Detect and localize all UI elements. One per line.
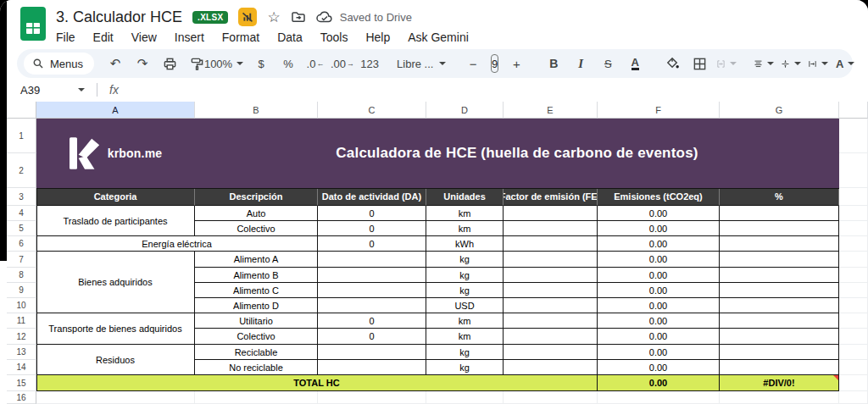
cell-B5[interactable]: Colectivo	[195, 221, 318, 236]
row-header-16[interactable]: 16	[7, 391, 36, 404]
cell-H7[interactable]	[839, 252, 868, 268]
cell-E5[interactable]	[504, 221, 598, 236]
cell-C8[interactable]	[318, 268, 426, 283]
cell-B13[interactable]: Reciclable	[195, 345, 318, 360]
row-header-2[interactable]: 2	[7, 153, 36, 188]
cell-D10[interactable]: USD	[426, 298, 504, 313]
cell-D12[interactable]: km	[426, 329, 504, 345]
more-formats-button[interactable]: 123	[357, 53, 382, 75]
cell-C7[interactable]	[318, 252, 426, 268]
increase-font-size-button[interactable]: +	[504, 53, 529, 75]
cell-G5[interactable]	[720, 221, 839, 236]
cell-C4[interactable]: 0	[318, 206, 426, 221]
cell-B10[interactable]: Alimento D	[195, 298, 318, 313]
menus-search-button[interactable]: Menus	[24, 53, 94, 75]
cell-A11[interactable]: Transporte de bienes adquiridos	[36, 313, 195, 345]
cell-B8[interactable]: Alimento B	[195, 268, 318, 283]
cell-H1[interactable]	[839, 119, 868, 153]
column-header-A[interactable]: A	[36, 102, 195, 119]
cell-H10[interactable]	[839, 298, 868, 313]
print-button[interactable]	[157, 53, 182, 75]
cell-F11[interactable]: 0.00	[598, 313, 720, 329]
cell-H14[interactable]	[839, 360, 868, 375]
column-header-extra[interactable]	[839, 102, 868, 119]
cell-D13[interactable]: kg	[426, 345, 504, 360]
cell-E12[interactable]	[504, 329, 598, 345]
cell-G16[interactable]	[720, 391, 839, 404]
cell-B7[interactable]: Alimento A	[195, 252, 318, 268]
row-header-1[interactable]: 1	[7, 119, 36, 153]
menu-ask-gemini[interactable]: Ask Gemini	[408, 30, 469, 44]
cell-C12[interactable]: 0	[318, 329, 426, 345]
cell-C6[interactable]: 0	[318, 236, 426, 252]
horizontal-align-button[interactable]	[751, 53, 776, 75]
text-wrap-button[interactable]	[805, 53, 831, 75]
cell-H8[interactable]	[839, 268, 868, 283]
menu-tools[interactable]: Tools	[320, 30, 348, 44]
formula-input[interactable]	[119, 78, 868, 102]
name-box[interactable]: A39	[7, 84, 92, 97]
cell-C14[interactable]	[318, 360, 426, 375]
cell-C10[interactable]	[318, 298, 426, 313]
cell-F14[interactable]: 0.00	[598, 360, 720, 375]
cell-A4[interactable]: Traslado de participantes	[36, 206, 195, 236]
cell-D14[interactable]: kg	[426, 360, 504, 375]
text-color-button[interactable]: A	[632, 57, 639, 71]
row-header-7[interactable]: 7	[7, 252, 36, 268]
cell-G6[interactable]	[720, 236, 839, 252]
column-header-D[interactable]: D	[426, 102, 504, 119]
zoom-select[interactable]: 100%	[211, 53, 236, 75]
cell-E14[interactable]	[504, 360, 598, 375]
cell-G4[interactable]	[720, 206, 839, 221]
cell-G7[interactable]	[720, 252, 839, 268]
cell-G9[interactable]	[720, 283, 839, 298]
cell-C5[interactable]: 0	[318, 221, 426, 236]
decrease-decimal-button[interactable]: .0←	[303, 53, 328, 75]
cell-B1[interactable]: Calculadora de HCE (huella de carbono de…	[195, 119, 839, 188]
menu-format[interactable]: Format	[222, 30, 259, 44]
cell-G13[interactable]	[720, 345, 839, 360]
bold-button[interactable]: B	[541, 53, 566, 75]
cell-F10[interactable]: 0.00	[598, 298, 720, 313]
row-header-13[interactable]: 13	[7, 345, 36, 360]
undo-button[interactable]: ↶	[103, 53, 128, 75]
cell-D7[interactable]: kg	[426, 252, 504, 268]
cell-G15[interactable]: #DIV/0!	[720, 375, 839, 391]
cell-B3[interactable]: Descripción	[195, 188, 318, 206]
cell-H9[interactable]	[839, 283, 868, 298]
cell-E3[interactable]: Factor de emisión (FE)	[504, 188, 598, 206]
cell-B11[interactable]: Utilitario	[195, 313, 318, 329]
cell-A16[interactable]	[36, 391, 195, 404]
cell-A7[interactable]: Bienes adquiridos	[36, 252, 195, 313]
borders-button[interactable]	[687, 53, 712, 75]
cell-B4[interactable]: Auto	[195, 206, 318, 221]
cell-H5[interactable]	[839, 221, 868, 236]
menu-view[interactable]: View	[131, 30, 157, 44]
cell-F16[interactable]	[598, 391, 720, 404]
cell-B14[interactable]: No reciclable	[195, 360, 318, 375]
cell-E8[interactable]	[504, 268, 598, 283]
cell-E4[interactable]	[504, 206, 598, 221]
cell-H15[interactable]	[839, 375, 868, 391]
column-header-F[interactable]: F	[598, 102, 720, 119]
format-currency-button[interactable]: $	[248, 53, 274, 75]
vertical-align-button[interactable]	[778, 53, 804, 75]
label-icon[interactable]	[238, 8, 257, 26]
cell-A3[interactable]: Categoria	[36, 188, 195, 206]
cell-B16[interactable]	[195, 391, 318, 404]
move-folder-icon[interactable]	[291, 9, 306, 25]
menu-edit[interactable]: Edit	[93, 30, 114, 44]
row-header-8[interactable]: 8	[7, 268, 36, 283]
cell-B9[interactable]: Alimento C	[195, 283, 318, 298]
column-header-C[interactable]: C	[318, 102, 426, 119]
cell-F3[interactable]: Emisiones (tCO2eq)	[598, 188, 720, 206]
cell-A6[interactable]: Energía eléctrica	[36, 236, 318, 252]
cell-F9[interactable]: 0.00	[598, 283, 720, 298]
cell-C16[interactable]	[318, 391, 426, 404]
cell-F5[interactable]: 0.00	[598, 221, 720, 236]
redo-button[interactable]: ↷	[130, 53, 155, 75]
cell-H6[interactable]	[839, 236, 868, 252]
cell-G10[interactable]	[720, 298, 839, 313]
cloud-saved-icon[interactable]	[316, 10, 333, 24]
cell-D4[interactable]: km	[426, 206, 504, 221]
